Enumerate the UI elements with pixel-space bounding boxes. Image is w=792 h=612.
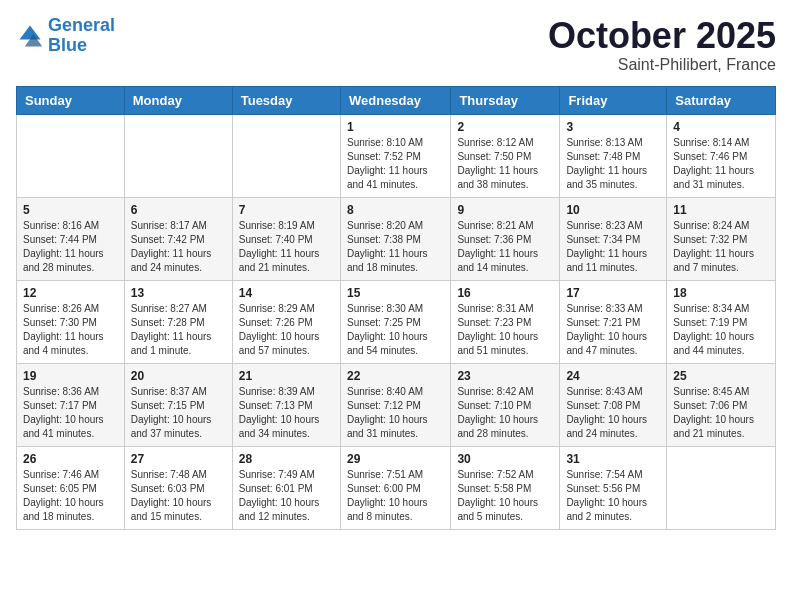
day-number: 10 — [566, 203, 660, 217]
day-number: 26 — [23, 452, 118, 466]
calendar-cell: 22Sunrise: 8:40 AM Sunset: 7:12 PM Dayli… — [340, 363, 450, 446]
day-number: 4 — [673, 120, 769, 134]
day-info: Sunrise: 8:19 AM Sunset: 7:40 PM Dayligh… — [239, 219, 334, 275]
day-number: 24 — [566, 369, 660, 383]
day-number: 17 — [566, 286, 660, 300]
calendar-cell: 28Sunrise: 7:49 AM Sunset: 6:01 PM Dayli… — [232, 446, 340, 529]
calendar-cell: 24Sunrise: 8:43 AM Sunset: 7:08 PM Dayli… — [560, 363, 667, 446]
calendar-cell: 21Sunrise: 8:39 AM Sunset: 7:13 PM Dayli… — [232, 363, 340, 446]
calendar-cell: 15Sunrise: 8:30 AM Sunset: 7:25 PM Dayli… — [340, 280, 450, 363]
day-info: Sunrise: 7:54 AM Sunset: 5:56 PM Dayligh… — [566, 468, 660, 524]
day-info: Sunrise: 8:16 AM Sunset: 7:44 PM Dayligh… — [23, 219, 118, 275]
day-info: Sunrise: 8:29 AM Sunset: 7:26 PM Dayligh… — [239, 302, 334, 358]
day-number: 11 — [673, 203, 769, 217]
day-number: 20 — [131, 369, 226, 383]
day-info: Sunrise: 8:24 AM Sunset: 7:32 PM Dayligh… — [673, 219, 769, 275]
calendar-cell: 19Sunrise: 8:36 AM Sunset: 7:17 PM Dayli… — [17, 363, 125, 446]
calendar-cell — [17, 114, 125, 197]
day-info: Sunrise: 7:46 AM Sunset: 6:05 PM Dayligh… — [23, 468, 118, 524]
day-info: Sunrise: 8:37 AM Sunset: 7:15 PM Dayligh… — [131, 385, 226, 441]
logo-line2: Blue — [48, 35, 87, 55]
weekday-header-monday: Monday — [124, 86, 232, 114]
calendar-cell: 13Sunrise: 8:27 AM Sunset: 7:28 PM Dayli… — [124, 280, 232, 363]
calendar-cell: 31Sunrise: 7:54 AM Sunset: 5:56 PM Dayli… — [560, 446, 667, 529]
calendar-cell: 14Sunrise: 8:29 AM Sunset: 7:26 PM Dayli… — [232, 280, 340, 363]
weekday-header-tuesday: Tuesday — [232, 86, 340, 114]
day-info: Sunrise: 8:27 AM Sunset: 7:28 PM Dayligh… — [131, 302, 226, 358]
day-number: 14 — [239, 286, 334, 300]
day-info: Sunrise: 8:21 AM Sunset: 7:36 PM Dayligh… — [457, 219, 553, 275]
calendar-week-row: 26Sunrise: 7:46 AM Sunset: 6:05 PM Dayli… — [17, 446, 776, 529]
day-info: Sunrise: 7:48 AM Sunset: 6:03 PM Dayligh… — [131, 468, 226, 524]
day-info: Sunrise: 8:13 AM Sunset: 7:48 PM Dayligh… — [566, 136, 660, 192]
day-number: 18 — [673, 286, 769, 300]
weekday-header-wednesday: Wednesday — [340, 86, 450, 114]
weekday-header-row: SundayMondayTuesdayWednesdayThursdayFrid… — [17, 86, 776, 114]
calendar-cell: 11Sunrise: 8:24 AM Sunset: 7:32 PM Dayli… — [667, 197, 776, 280]
day-number: 28 — [239, 452, 334, 466]
calendar-cell: 25Sunrise: 8:45 AM Sunset: 7:06 PM Dayli… — [667, 363, 776, 446]
calendar-cell: 18Sunrise: 8:34 AM Sunset: 7:19 PM Dayli… — [667, 280, 776, 363]
day-number: 23 — [457, 369, 553, 383]
calendar-cell: 10Sunrise: 8:23 AM Sunset: 7:34 PM Dayli… — [560, 197, 667, 280]
header: General Blue October 2025 Saint-Philiber… — [16, 16, 776, 74]
location-subtitle: Saint-Philibert, France — [548, 56, 776, 74]
day-info: Sunrise: 8:34 AM Sunset: 7:19 PM Dayligh… — [673, 302, 769, 358]
day-info: Sunrise: 8:26 AM Sunset: 7:30 PM Dayligh… — [23, 302, 118, 358]
calendar-cell: 7Sunrise: 8:19 AM Sunset: 7:40 PM Daylig… — [232, 197, 340, 280]
day-number: 13 — [131, 286, 226, 300]
month-title: October 2025 — [548, 16, 776, 56]
day-info: Sunrise: 8:30 AM Sunset: 7:25 PM Dayligh… — [347, 302, 444, 358]
day-info: Sunrise: 8:43 AM Sunset: 7:08 PM Dayligh… — [566, 385, 660, 441]
weekday-header-sunday: Sunday — [17, 86, 125, 114]
day-number: 31 — [566, 452, 660, 466]
day-info: Sunrise: 8:33 AM Sunset: 7:21 PM Dayligh… — [566, 302, 660, 358]
day-info: Sunrise: 8:40 AM Sunset: 7:12 PM Dayligh… — [347, 385, 444, 441]
calendar-cell: 26Sunrise: 7:46 AM Sunset: 6:05 PM Dayli… — [17, 446, 125, 529]
day-number: 5 — [23, 203, 118, 217]
day-number: 9 — [457, 203, 553, 217]
calendar-cell: 4Sunrise: 8:14 AM Sunset: 7:46 PM Daylig… — [667, 114, 776, 197]
day-number: 7 — [239, 203, 334, 217]
day-number: 12 — [23, 286, 118, 300]
day-number: 21 — [239, 369, 334, 383]
calendar-cell — [124, 114, 232, 197]
logo-line1: General — [48, 15, 115, 35]
day-info: Sunrise: 7:52 AM Sunset: 5:58 PM Dayligh… — [457, 468, 553, 524]
calendar-table: SundayMondayTuesdayWednesdayThursdayFrid… — [16, 86, 776, 530]
day-info: Sunrise: 8:39 AM Sunset: 7:13 PM Dayligh… — [239, 385, 334, 441]
calendar-cell: 8Sunrise: 8:20 AM Sunset: 7:38 PM Daylig… — [340, 197, 450, 280]
calendar-cell: 27Sunrise: 7:48 AM Sunset: 6:03 PM Dayli… — [124, 446, 232, 529]
calendar-cell: 9Sunrise: 8:21 AM Sunset: 7:36 PM Daylig… — [451, 197, 560, 280]
calendar-cell: 23Sunrise: 8:42 AM Sunset: 7:10 PM Dayli… — [451, 363, 560, 446]
day-number: 8 — [347, 203, 444, 217]
day-info: Sunrise: 8:14 AM Sunset: 7:46 PM Dayligh… — [673, 136, 769, 192]
day-info: Sunrise: 8:10 AM Sunset: 7:52 PM Dayligh… — [347, 136, 444, 192]
day-info: Sunrise: 8:45 AM Sunset: 7:06 PM Dayligh… — [673, 385, 769, 441]
calendar-cell: 16Sunrise: 8:31 AM Sunset: 7:23 PM Dayli… — [451, 280, 560, 363]
day-number: 27 — [131, 452, 226, 466]
calendar-cell: 5Sunrise: 8:16 AM Sunset: 7:44 PM Daylig… — [17, 197, 125, 280]
calendar-week-row: 19Sunrise: 8:36 AM Sunset: 7:17 PM Dayli… — [17, 363, 776, 446]
day-number: 15 — [347, 286, 444, 300]
weekday-header-saturday: Saturday — [667, 86, 776, 114]
svg-marker-0 — [20, 25, 41, 39]
day-info: Sunrise: 8:23 AM Sunset: 7:34 PM Dayligh… — [566, 219, 660, 275]
day-info: Sunrise: 8:36 AM Sunset: 7:17 PM Dayligh… — [23, 385, 118, 441]
day-number: 16 — [457, 286, 553, 300]
day-info: Sunrise: 7:51 AM Sunset: 6:00 PM Dayligh… — [347, 468, 444, 524]
weekday-header-thursday: Thursday — [451, 86, 560, 114]
day-number: 25 — [673, 369, 769, 383]
calendar-cell — [667, 446, 776, 529]
day-info: Sunrise: 8:20 AM Sunset: 7:38 PM Dayligh… — [347, 219, 444, 275]
calendar-week-row: 1Sunrise: 8:10 AM Sunset: 7:52 PM Daylig… — [17, 114, 776, 197]
day-info: Sunrise: 8:17 AM Sunset: 7:42 PM Dayligh… — [131, 219, 226, 275]
day-number: 29 — [347, 452, 444, 466]
calendar-cell: 29Sunrise: 7:51 AM Sunset: 6:00 PM Dayli… — [340, 446, 450, 529]
logo-text: General Blue — [48, 16, 115, 56]
logo-icon — [16, 22, 44, 50]
day-info: Sunrise: 8:12 AM Sunset: 7:50 PM Dayligh… — [457, 136, 553, 192]
day-number: 19 — [23, 369, 118, 383]
logo: General Blue — [16, 16, 115, 56]
day-info: Sunrise: 8:42 AM Sunset: 7:10 PM Dayligh… — [457, 385, 553, 441]
